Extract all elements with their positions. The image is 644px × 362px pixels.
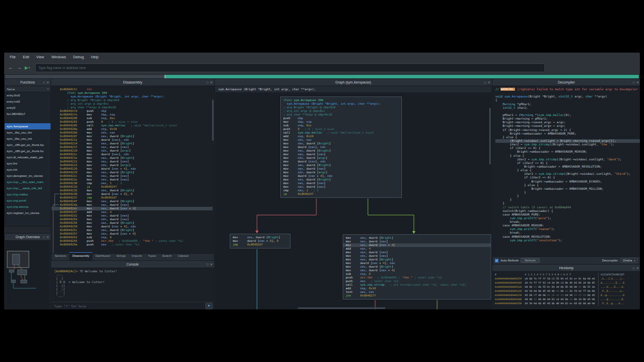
decompiler-line[interactable]: } else { (495, 184, 640, 187)
graph-overview-minimap[interactable] (5, 241, 50, 309)
asm-line[interactable]: moveax, dword [Bright] (283, 149, 399, 153)
asm-line[interactable]: movdword [eax], edx (283, 160, 399, 163)
menu-windows[interactable]: Windows (47, 55, 69, 59)
asm-line[interactable]: 0x08049235moveax, dword [Bright] (60, 189, 213, 192)
asm-line[interactable]: moveax, dword [eax] (283, 185, 399, 189)
decompiler-line[interactable]: if (iVar2 == 0) { (495, 161, 640, 165)
function-item[interactable]: fcn.080490c7 (5, 111, 51, 117)
decompiler-line[interactable]: } else { (495, 154, 640, 158)
menu-file[interactable]: File (6, 55, 19, 59)
asm-line[interactable]: pushebp (283, 117, 399, 120)
tab-strings[interactable]: Strings (113, 253, 128, 260)
function-item[interactable]: sym.fini (5, 160, 51, 167)
function-item[interactable]: sym.imp.__stack_chk_fail (5, 185, 51, 191)
asm-line[interactable]: moveax, dword [Bright] (346, 265, 488, 269)
tab-search[interactable]: Search (159, 253, 174, 260)
function-item[interactable]: sym.imp.printf (5, 198, 51, 204)
function-item[interactable]: sym._x86.get_pc_thunk.bp (5, 142, 51, 148)
function-item[interactable]: sym.deregister_tm_clones (5, 173, 51, 179)
asm-line[interactable]: 0x08049247moveax, dword [Bright] (60, 200, 213, 203)
decompiler-line[interactable]: } (495, 191, 640, 194)
asm-line[interactable]: 0x0804923fjmp0x80492d7 (60, 196, 213, 200)
decompiler-line[interactable]: if (Bright->morning->saved_argc < 2) { (495, 128, 640, 132)
asm-line[interactable]: ja0x8049247 (283, 192, 399, 196)
decompiler-line[interactable]: int32_t iVar2; (495, 106, 640, 110)
asm-line[interactable]: 0x08049229moveax, dword [Bright] (60, 171, 213, 174)
asm-line[interactable]: moveax, dword [Bright] (346, 236, 488, 240)
asm-line[interactable]: 0x08049256moveax, dword [Bright] (60, 221, 213, 225)
function-item[interactable]: entry.fini0 (5, 92, 51, 98)
graph-node-true-branch[interactable]: moveax, dword [Bright]movdword [eax + 8]… (230, 234, 291, 249)
asm-meta-line[interactable]: ; arg int argc @ ebp+0xc (283, 109, 399, 113)
function-item[interactable]: sym._x86.get_pc_thunk.bx (5, 148, 51, 154)
asm-line[interactable]: 0x0804924amoveax, dword [eax] (60, 203, 213, 207)
menu-edit[interactable]: Edit (19, 55, 33, 59)
decompiler-line[interactable]: Bright->morning->saved_argv = argv; (495, 124, 640, 128)
asm-line[interactable]: cmpeax, 1 ; 1 (283, 189, 399, 192)
function-item[interactable]: sym._libc_csu_fini (5, 129, 51, 136)
asm-line[interactable]: moveax, dword [eax] (346, 240, 488, 243)
asm-meta-line[interactable]: ; arg char **argv @ ebp+0x10 (283, 113, 399, 117)
decompiler-line[interactable]: } else { (495, 136, 640, 139)
asm-line[interactable]: 0x0804920aaddesp, 0x10 (60, 127, 213, 131)
asm-line[interactable]: pushstr.the ; 0x804a008 ; "the " ; const… (346, 276, 488, 279)
close-icon[interactable]: ✕ (46, 80, 49, 84)
asm-line[interactable]: addesp, 0x10 (346, 287, 488, 290)
decompiler-line[interactable]: Bright->morning = pMVar1; (495, 117, 640, 121)
asm-meta-line[interactable]: sym.Aeropause (Bright *Bright, int argc,… (60, 95, 213, 98)
function-item[interactable]: sym._libc_csu_init (5, 136, 51, 142)
tab-disassembly[interactable]: Disassembly (69, 252, 92, 260)
function-item[interactable]: sym.register_tm_clones (5, 210, 51, 216)
decompiler-line[interactable]: // WARNING: [r2ghidra] Failed to match t… (495, 88, 640, 91)
asm-line[interactable]: jne0x804927f (346, 294, 488, 298)
decompiler-line[interactable]: } (495, 198, 640, 202)
asm-line[interactable]: 0x08049230cmpeax, 1 ; 1 (60, 182, 213, 185)
asm-line[interactable]: movdword [eax + 4], edx (283, 174, 399, 178)
decompiler-line[interactable]: break; (495, 231, 640, 235)
decompiler-line[interactable]: } (495, 194, 640, 198)
decompiler-line[interactable]: Bright->ambassador = AMBASSADOR_ECHOES; (495, 180, 640, 184)
asm-line[interactable]: moveax, dword [Bright] (283, 142, 399, 145)
decompiler-line[interactable]: switch(Bright->ambassador) { (495, 209, 640, 213)
function-item[interactable]: sym.init (5, 167, 51, 173)
asm-line[interactable]: 0x08049233ja0x8049247 (60, 185, 213, 189)
decompiler-line[interactable]: break; (495, 220, 640, 224)
decompiler-line[interactable]: } (495, 202, 640, 205)
asm-meta-line[interactable]: ; arg Bright *Bright @ ebp+0x8 (60, 98, 213, 102)
asm-line[interactable]: movedx, dword [eax] (346, 254, 488, 258)
asm-line[interactable]: moveax, dword [Bright] (283, 178, 399, 182)
decompiler-line[interactable]: Bright->ambassador = AMBASSADOR_REVOLUTI… (495, 165, 640, 169)
asm-line[interactable]: 0x080491fcret (60, 88, 213, 91)
asm-line[interactable]: subesp, 8 (346, 272, 488, 276)
asm-meta-line[interactable]: sym.Aeropause (Bright *Bright, int argc,… (283, 102, 399, 106)
function-item[interactable]: sym.imp.malloc (5, 191, 51, 198)
asm-line[interactable]: pusheax ; const char *s1 (346, 279, 488, 283)
asm-line[interactable]: 0x080491femovebp, esp (60, 113, 213, 117)
forward-button[interactable]: → (16, 64, 23, 71)
asm-line[interactable]: jmp0x80492d7 (233, 243, 287, 246)
tab-sections[interactable]: Sections (52, 253, 69, 260)
asm-line[interactable]: 0x08049265pushstr.the ; 0x804a008 ; "the… (60, 239, 213, 243)
decompiler-line[interactable]: Bright->morning->saved_argc = argc; (495, 121, 640, 124)
back-button[interactable]: ← (7, 64, 14, 71)
graph-node-entry[interactable]: (fcn) sym.Aeropause 384 sym.Aeropause (B… (280, 96, 402, 198)
asm-line[interactable]: moveax, dword [Bright] (346, 258, 488, 261)
hex-row[interactable]: 0x000000000804921008 8b 00 8b 55 0c 89 1… (495, 285, 640, 289)
asm-line[interactable]: 0x08049254movedx, dword [eax] (60, 218, 213, 221)
asm-line[interactable]: movebp, esp (283, 120, 399, 124)
asm-line[interactable]: callsym.imp.strcmp ; int strcmp(const ch… (346, 283, 488, 287)
decompiler-line[interactable]: if (iVar2 == 0) { (495, 146, 640, 150)
asm-meta-line[interactable]: ; arg int argc @ ebp+0xc (60, 102, 213, 106)
asm-line[interactable]: movedx, dword [argc] (283, 156, 399, 160)
decompiler-line[interactable] (495, 110, 640, 113)
hex-row[interactable]: 0x000000000804923045 08 c7 40 08 00 00 0… (495, 293, 640, 298)
decompiler-line[interactable]: sym.imp.printf("revolution"); (495, 239, 640, 242)
asm-meta-line[interactable]: ; arg Bright *Bright @ ebp+0x8 (283, 106, 399, 109)
functions-column-header[interactable]: Name ▾ (5, 86, 51, 92)
asm-line[interactable]: 0x08049214moveax, dword [Bright] (60, 142, 213, 145)
asm-line[interactable]: moveax, dword [eax] (346, 251, 488, 254)
menu-debug[interactable]: Debug (70, 55, 88, 59)
asm-line[interactable]: moveax, dword [eax] (283, 182, 399, 185)
decompiler-line[interactable]: case AMBASSADOR_REASON: (495, 224, 640, 227)
undock-icon[interactable]: □ (633, 81, 635, 84)
